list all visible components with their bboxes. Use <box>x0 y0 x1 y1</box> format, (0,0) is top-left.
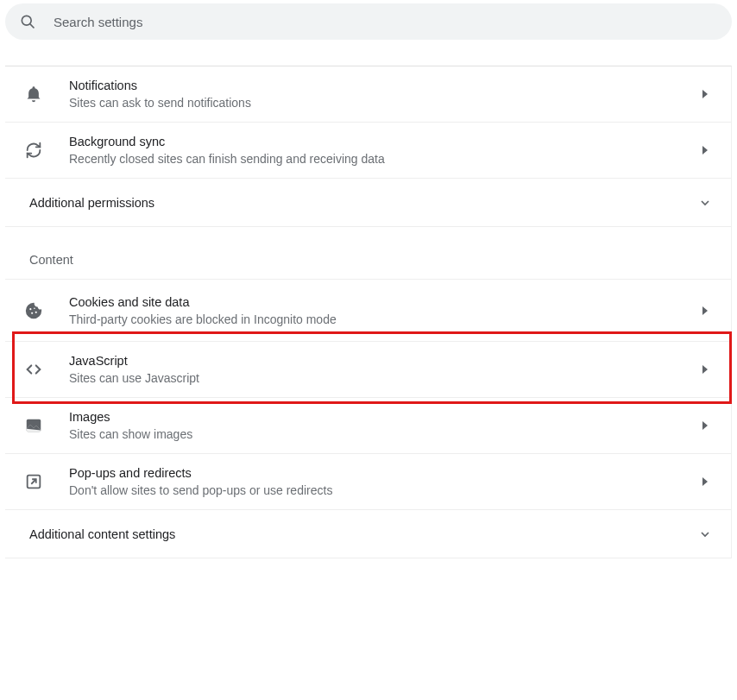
row-cookies[interactable]: Cookies and site data Third-party cookie… <box>5 280 731 342</box>
row-texts: Images Sites can show images <box>69 410 698 441</box>
row-title: JavaScript <box>69 354 698 368</box>
search-bar[interactable] <box>5 3 732 40</box>
image-icon <box>24 416 43 435</box>
svg-point-2 <box>29 308 31 310</box>
row-title: Additional permissions <box>29 196 698 210</box>
svg-point-0 <box>22 16 31 25</box>
sync-icon <box>24 141 43 160</box>
row-texts: Pop-ups and redirects Don't allow sites … <box>69 466 698 497</box>
row-additional-permissions[interactable]: Additional permissions <box>5 179 731 227</box>
svg-line-1 <box>30 24 35 28</box>
row-texts: JavaScript Sites can use Javascript <box>69 354 698 385</box>
row-subtitle: Don't allow sites to send pop-ups or use… <box>69 483 698 497</box>
svg-point-5 <box>34 307 35 309</box>
row-title: Cookies and site data <box>69 295 698 309</box>
row-title: Background sync <box>69 135 698 148</box>
search-icon <box>19 13 36 30</box>
arrow-right-icon <box>698 143 712 157</box>
row-texts: Notifications Sites can ask to send noti… <box>69 79 698 110</box>
row-subtitle: Recently closed sites can finish sending… <box>69 152 698 166</box>
arrow-right-icon <box>698 419 712 432</box>
popup-icon <box>24 472 43 491</box>
search-input[interactable] <box>54 15 718 29</box>
chevron-down-icon <box>698 527 712 541</box>
row-texts: Additional permissions <box>29 196 698 210</box>
row-texts: Additional content settings <box>29 527 698 541</box>
arrow-right-icon <box>698 304 712 318</box>
bell-icon <box>24 85 43 104</box>
arrow-right-icon <box>698 87 712 101</box>
row-popups[interactable]: Pop-ups and redirects Don't allow sites … <box>5 454 731 510</box>
row-subtitle: Sites can use Javascript <box>69 371 698 385</box>
arrow-right-icon <box>698 475 712 489</box>
content-group: Cookies and site data Third-party cookie… <box>5 279 731 558</box>
code-icon <box>24 360 43 379</box>
row-title: Images <box>69 410 698 424</box>
row-images[interactable]: Images Sites can show images <box>5 398 731 454</box>
svg-point-4 <box>35 311 37 312</box>
arrow-right-icon <box>698 363 712 376</box>
row-background-sync[interactable]: Background sync Recently closed sites ca… <box>5 123 731 179</box>
row-title: Notifications <box>69 79 698 92</box>
row-subtitle: Sites can ask to send notifications <box>69 96 698 110</box>
svg-point-3 <box>31 312 33 313</box>
row-javascript[interactable]: JavaScript Sites can use Javascript <box>5 342 731 398</box>
row-additional-content[interactable]: Additional content settings <box>5 510 731 558</box>
row-notifications[interactable]: Notifications Sites can ask to send noti… <box>5 66 731 123</box>
row-subtitle: Third-party cookies are blocked in Incog… <box>69 312 698 326</box>
row-texts: Cookies and site data Third-party cookie… <box>69 295 698 326</box>
chevron-down-icon <box>698 196 712 210</box>
row-title: Pop-ups and redirects <box>69 466 698 480</box>
content-section-label: Content <box>5 227 731 279</box>
settings-panel: Notifications Sites can ask to send noti… <box>5 66 732 558</box>
row-subtitle: Sites can show images <box>69 427 698 441</box>
cookie-icon <box>24 301 43 320</box>
row-title: Additional content settings <box>29 527 698 541</box>
row-texts: Background sync Recently closed sites ca… <box>69 135 698 166</box>
